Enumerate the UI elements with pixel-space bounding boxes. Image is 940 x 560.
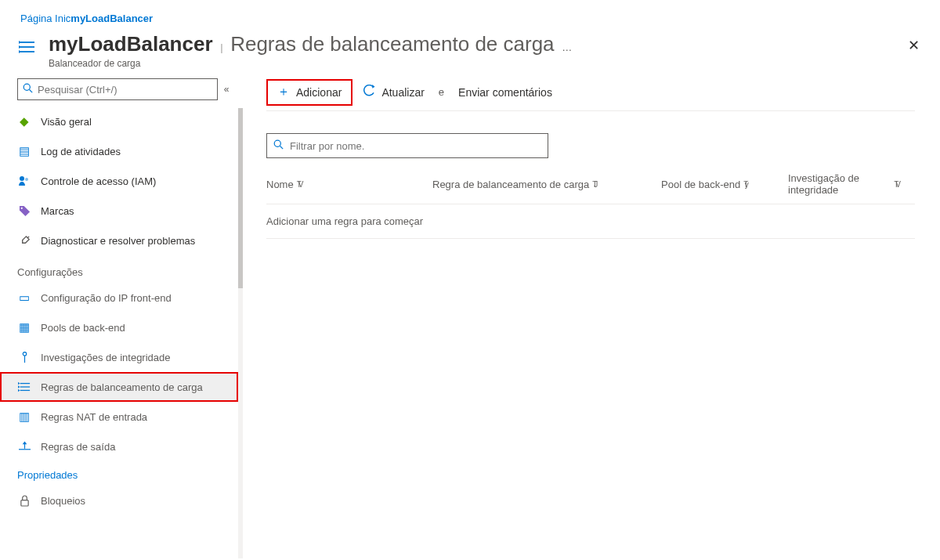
lock-icon (17, 493, 31, 508)
health-probes-icon (17, 350, 31, 364)
loadbalancer-icon (17, 37, 38, 57)
sort-icon: TJ (592, 180, 595, 189)
toolbar-overflow-icon[interactable]: e (434, 86, 449, 98)
toolbar: ＋ Adicionar Atualizar e Enviar comentári… (266, 74, 915, 111)
column-pool[interactable]: Pool de back-endTy (661, 172, 771, 196)
svg-marker-14 (18, 385, 20, 388)
sidebar-item-backend-pools[interactable]: ▦ Pools de back-end (0, 313, 238, 342)
svg-marker-18 (22, 441, 27, 444)
sidebar-item-label: Visão geral (41, 116, 92, 128)
frontend-ip-icon: ▭ (17, 291, 31, 305)
sidebar-item-label: Pools de back-end (41, 322, 125, 334)
refresh-button-label: Atualizar (381, 86, 424, 99)
filter-input-wrap[interactable] (266, 133, 548, 158)
content-pane: ＋ Adicionar Atualizar e Enviar comentári… (243, 74, 940, 558)
sidebar-item-label: Marcas (41, 205, 74, 217)
sort-icon: TV (894, 180, 898, 189)
svg-point-3 (24, 84, 30, 90)
svg-line-22 (280, 146, 284, 150)
column-label: Pool de back-end (661, 179, 740, 190)
sidebar-item-tags[interactable]: Marcas (0, 196, 238, 226)
refresh-icon (363, 85, 375, 99)
sidebar-item-label: Controle de acesso (IAM) (41, 175, 156, 187)
sidebar-item-health-probes[interactable]: Investigações de integridade (0, 342, 238, 372)
sidebar-item-label: Regras de saída (41, 441, 115, 453)
iam-icon (17, 174, 31, 188)
activity-log-icon: ▤ (17, 144, 31, 158)
sidebar-scrollbar-thumb[interactable] (238, 108, 243, 288)
sidebar-item-label: Regras NAT de entrada (41, 411, 147, 423)
svg-rect-19 (20, 500, 27, 505)
sort-icon: Ty (743, 180, 746, 189)
column-label: Regra de balanceamento de carga (432, 179, 589, 190)
feedback-button[interactable]: Enviar comentários (449, 80, 562, 105)
sidebar-item-frontend-ip[interactable]: ▭ Configuração do IP front-end (0, 283, 238, 313)
lb-rules-icon (17, 380, 31, 394)
sidebar: « ◆ Visão geral ▤ Log de atividades Cont… (0, 74, 243, 558)
sidebar-item-label: Investigações de integridade (41, 352, 171, 363)
svg-point-5 (20, 176, 24, 181)
blade-title: Regras de balanceamento de carga (230, 32, 554, 56)
resource-type: Balanceador de carga (49, 58, 577, 69)
sort-icon: TV (297, 180, 301, 189)
sidebar-item-label: Configuração do IP front-end (41, 292, 172, 304)
column-rule[interactable]: Regra de balanceamento de cargaTJ (432, 172, 644, 196)
tags-icon (17, 204, 31, 218)
sidebar-item-label: Bloqueios (41, 495, 85, 507)
header-ellipsis-icon[interactable]: … (557, 42, 577, 53)
backend-pools-icon: ▦ (17, 320, 31, 334)
outbound-rules-icon (17, 439, 31, 453)
sidebar-item-properties[interactable]: Propriedades (0, 461, 238, 486)
column-name[interactable]: NomeTV (266, 172, 415, 196)
sidebar-item-locks[interactable]: Bloqueios (0, 486, 238, 515)
search-icon (273, 139, 284, 152)
sidebar-item-lb-rules[interactable]: Regras de balanceamento de carga (0, 372, 238, 402)
sidebar-item-label: Log de atividades (41, 146, 121, 157)
nat-rules-icon: ▥ (17, 410, 31, 424)
svg-marker-20 (373, 85, 375, 89)
svg-point-7 (20, 207, 22, 208)
sidebar-item-label: Diagnosticar e resolver problemas (41, 235, 195, 247)
breadcrumb: Página InicmyLoadBalancer (0, 0, 940, 29)
column-label: Nome (266, 179, 294, 190)
svg-point-8 (23, 352, 27, 356)
sidebar-search-input[interactable] (38, 84, 212, 96)
sidebar-item-nat-rules[interactable]: ▥ Regras NAT de entrada (0, 402, 238, 432)
add-button-label: Adicionar (296, 86, 342, 99)
svg-marker-15 (18, 389, 20, 392)
sidebar-item-outbound-rules[interactable]: Regras de saída (0, 432, 238, 461)
sidebar-item-activity-log[interactable]: ▤ Log de atividades (0, 136, 238, 166)
breadcrumb-home[interactable]: Página Inic (20, 13, 70, 24)
sidebar-section-settings: Configurações (0, 255, 238, 283)
sidebar-item-label: Regras de balanceamento de carga (41, 381, 203, 393)
search-icon (23, 83, 33, 96)
feedback-button-label: Enviar comentários (458, 86, 552, 99)
filter-input[interactable] (290, 140, 541, 152)
add-button-highlighted: ＋ Adicionar (266, 79, 352, 106)
resource-title: myLoadBalancer (49, 32, 213, 56)
svg-point-21 (274, 140, 280, 146)
close-icon[interactable]: ✕ (905, 32, 923, 59)
refresh-button[interactable]: Atualizar (354, 80, 433, 105)
overview-icon: ◆ (17, 114, 31, 128)
table-empty-message: Adicionar uma regra para começar (266, 204, 915, 239)
column-probe[interactable]: Investigação de integridadeTV (788, 172, 898, 196)
svg-point-6 (25, 178, 28, 181)
svg-line-4 (30, 90, 33, 93)
column-label: Investigação de integridade (788, 172, 891, 196)
sidebar-scrollbar[interactable] (238, 108, 243, 558)
sidebar-item-overview[interactable]: ◆ Visão geral (0, 107, 238, 136)
plus-icon: ＋ (277, 84, 290, 100)
svg-marker-13 (18, 382, 20, 385)
sidebar-properties-link[interactable]: Propriedades (17, 469, 78, 481)
breadcrumb-resource[interactable]: myLoadBalancer (70, 13, 153, 24)
sidebar-item-iam[interactable]: Controle de acesso (IAM) (0, 166, 238, 196)
add-button[interactable]: ＋ Adicionar (268, 80, 351, 105)
collapse-sidebar-icon[interactable]: « (218, 84, 235, 95)
table-header: NomeTV Regra de balanceamento de cargaTJ… (266, 172, 915, 204)
sidebar-search[interactable] (17, 78, 218, 100)
blade-header: myLoadBalancer | Regras de balanceamento… (0, 29, 940, 74)
sidebar-item-diagnose[interactable]: Diagnosticar e resolver problemas (0, 226, 238, 255)
diagnose-icon (17, 233, 31, 247)
